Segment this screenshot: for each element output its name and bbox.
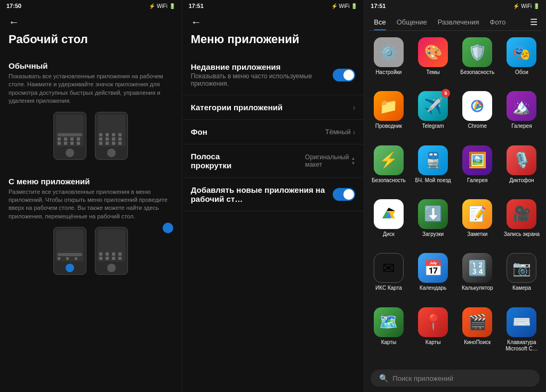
tab-communication[interactable]: Общение: [391, 15, 432, 29]
app-name-downloads: Загрузки: [422, 231, 444, 238]
mock-dot: [118, 257, 122, 260]
radio-inactive: [66, 149, 74, 157]
app-icon-keyboard: ⌨️: [507, 307, 536, 337]
app-item-calc[interactable]: 🔢 Калькулятор: [457, 253, 497, 303]
desktop-settings-panel: 17:50 ⚡ WiFi 🔋 ← Рабочий стол Обычный По…: [0, 0, 182, 392]
setting-row-add-apps[interactable]: Добавлять новые приложения на рабочий ст…: [182, 178, 364, 211]
setting-row-recent[interactable]: Недавние приложения Показывать в меню ча…: [182, 55, 364, 95]
app-item-notes[interactable]: 📝 Заметки: [457, 199, 497, 249]
mock-dot: [106, 142, 109, 145]
status-bar-mid: 17:51 ⚡ WiFi 🔋: [182, 0, 364, 12]
setting-row-background[interactable]: Фон Тёмный ›: [182, 120, 364, 144]
app-item-drive[interactable]: ▲ Диск: [368, 199, 408, 249]
app-item-ixcard[interactable]: ✉ ИКС Карта: [368, 253, 408, 303]
setting-row-categories[interactable]: Категории приложений ›: [182, 95, 364, 120]
mock-dot: [112, 252, 115, 256]
setting-recent-sub: Показывать в меню часто используемые при…: [191, 72, 333, 87]
app-item-security1[interactable]: 🛡️ Безопасность: [457, 37, 497, 87]
option-normal: Обычный Показывать все установленные при…: [0, 55, 182, 170]
status-icons-mid: ⚡ WiFi 🔋: [331, 3, 358, 9]
back-button-left[interactable]: ←: [0, 12, 182, 30]
status-icons-right: ⚡ WiFi 🔋: [513, 3, 540, 9]
mock-dot: [77, 137, 80, 141]
setting-row-categories-content: Категории приложений: [191, 103, 353, 112]
app-icon-gallery2: 🖼️: [462, 145, 492, 175]
option-with-menu[interactable]: С меню приложений Разместите все установ…: [0, 170, 182, 286]
mock-bar-3: [58, 253, 82, 256]
app-item-telegram[interactable]: ✈️ 6 Telegram: [413, 91, 453, 141]
app-name-telegram: Telegram: [422, 123, 444, 129]
app-item-camera[interactable]: 📷 Камера: [502, 253, 542, 303]
mock-dot: [58, 142, 61, 145]
app-name-security1: Безопасность: [460, 69, 494, 76]
app-drawer-panel: 17:51 ⚡ WiFi 🔋 Все Общение Развлечения Ф…: [364, 0, 546, 392]
setting-background-title: Фон: [191, 127, 325, 136]
app-name-explorer: Проводник: [375, 123, 402, 129]
chevron-background-icon: ›: [353, 128, 356, 136]
toggle-recent[interactable]: [333, 69, 355, 81]
app-item-wallpaper[interactable]: 🎭 Обои: [502, 37, 542, 87]
setting-background-value: Тёмный: [325, 128, 351, 136]
mock-dot: [70, 137, 74, 141]
tab-menu-icon[interactable]: ☰: [526, 14, 542, 30]
app-item-chrome[interactable]: Chrome: [457, 91, 497, 141]
time-left: 17:50: [6, 3, 21, 9]
svg-text:▲: ▲: [384, 209, 394, 219]
mock-dot: [112, 133, 115, 136]
mock-dot: [99, 133, 102, 136]
app-item-calendar[interactable]: 📅 Календарь: [413, 253, 453, 303]
app-item-keyboard[interactable]: ⌨️ Клавиатура Microsoft С…: [502, 307, 542, 363]
option-normal-label: Обычный: [9, 61, 173, 70]
back-button-mid[interactable]: ←: [182, 12, 364, 30]
mock-grid: [58, 137, 82, 145]
tab-photo[interactable]: Фото: [485, 15, 511, 29]
app-icon-screenrec: 🎥: [507, 199, 536, 229]
app-name-recorder: Диктофон: [509, 177, 534, 184]
app-item-gallery1[interactable]: 🏔️ Галерея: [502, 91, 542, 141]
app-item-maps2[interactable]: 📍 Карты: [413, 307, 453, 363]
radio-active: [66, 264, 74, 272]
app-item-train[interactable]: 🚆 БЧ. Мой поезд: [413, 145, 453, 195]
mock-dots-3: [58, 257, 82, 260]
mock-dot: [112, 257, 115, 260]
app-icon-camera: 📷: [507, 253, 536, 283]
setting-row-background-content: Фон: [191, 127, 325, 136]
option-menu-desc: Разместите все установленные приложения …: [9, 188, 173, 221]
app-icon-maps2: 📍: [418, 307, 448, 337]
app-name-maps2: Карты: [425, 339, 441, 346]
status-icons-left: ⚡ WiFi 🔋: [149, 3, 175, 9]
mock-dot: [118, 142, 122, 145]
app-item-kinopoisk[interactable]: 🎬 КиноПоиск: [457, 307, 497, 363]
option-menu-preview: [9, 227, 173, 275]
app-item-screenrec[interactable]: 🎥 Запись экрана: [502, 199, 542, 249]
setting-addapps-title: Добавлять новые приложения на рабочий ст…: [191, 185, 333, 203]
mock-bar: [58, 133, 82, 136]
app-item-explorer[interactable]: 📁 Проводник: [368, 91, 408, 141]
app-icon-notes: 📝: [462, 199, 492, 229]
tab-entertainment[interactable]: Развлечения: [432, 15, 485, 29]
app-menu-settings-panel: 17:51 ⚡ WiFi 🔋 ← Меню приложений Недавни…: [182, 0, 365, 392]
app-name-calc: Калькулятор: [462, 285, 493, 291]
app-item-downloads[interactable]: ⬇️ Загрузки: [413, 199, 453, 249]
mock-dot: [64, 142, 67, 145]
setting-scrollbar-right: Оригинальныймакет ▲ ▼: [305, 153, 355, 168]
app-item-recorder[interactable]: 🎙️ Диктофон: [502, 145, 542, 195]
mock-dot: [106, 137, 109, 141]
app-item-settings[interactable]: ⚙️ Настройки: [368, 37, 408, 87]
mock-dot: [99, 252, 102, 256]
app-item-themes[interactable]: 🎨 Темы: [413, 37, 453, 87]
mock-dot: [112, 137, 115, 141]
toggle-add-apps[interactable]: [333, 188, 355, 201]
app-item-gallery2[interactable]: 🖼️ Галерея: [457, 145, 497, 195]
app-item-security2[interactable]: ⚡ Безопасность: [368, 145, 408, 195]
mock-dot-s: [58, 257, 60, 260]
search-bar[interactable]: 🔍 Поиск приложений: [371, 370, 540, 387]
app-item-maps1[interactable]: 🗺️ Карты: [368, 307, 408, 363]
app-icon-security2: ⚡: [374, 145, 404, 175]
setting-row-scrollbar[interactable]: Полосапрокрутки Оригинальныймакет ▲ ▼: [182, 144, 364, 178]
tab-all[interactable]: Все: [368, 15, 391, 29]
mock-dot: [77, 142, 80, 145]
mock-dot: [118, 252, 122, 256]
search-icon: 🔍: [379, 374, 388, 382]
app-icon-security1: 🛡️: [462, 37, 492, 67]
